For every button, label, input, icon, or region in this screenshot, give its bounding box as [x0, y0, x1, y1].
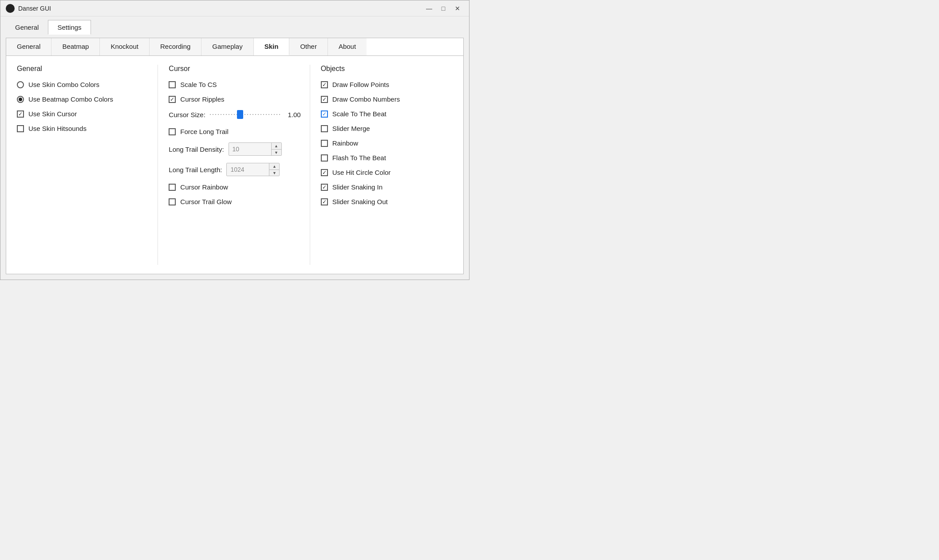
flash-to-the-beat-checkbox[interactable] [321, 154, 328, 162]
cursor-size-row: Cursor Size: 1.00 [169, 110, 300, 119]
main-window: Danser GUI — □ ✕ General Settings Genera… [0, 0, 470, 280]
scale-to-cs-label[interactable]: Scale To CS [180, 81, 217, 88]
title-bar: Danser GUI — □ ✕ [0, 0, 469, 16]
close-button[interactable]: ✕ [451, 3, 464, 14]
maximize-button[interactable]: □ [437, 3, 450, 14]
sub-tab-skin[interactable]: Skin [254, 38, 290, 55]
cursor-ripples-checkbox[interactable] [169, 96, 176, 103]
main-tab-settings[interactable]: Settings [48, 20, 91, 35]
general-section-title: General [17, 65, 149, 73]
cursor-size-value: 1.00 [285, 111, 301, 118]
sub-tab-recording[interactable]: Recording [150, 38, 201, 55]
settings-panel: General Use Skin Combo Colors Use Beatma… [6, 55, 464, 274]
cursor-ripples-row: Cursor Ripples [169, 95, 300, 103]
use-hit-circle-color-label[interactable]: Use Hit Circle Color [332, 169, 391, 176]
app-icon [6, 4, 15, 13]
long-trail-density-value[interactable]: 10 [229, 144, 271, 154]
main-tab-general[interactable]: General [6, 20, 48, 34]
long-trail-length-value[interactable]: 1024 [227, 164, 269, 175]
slider-merge-row: Slider Merge [321, 125, 453, 132]
slider-snaking-out-row: Slider Snaking Out [321, 198, 453, 205]
use-skin-hitsounds-checkbox[interactable] [17, 125, 24, 132]
use-skin-hitsounds-row: Use Skin Hitsounds [17, 125, 149, 132]
cursor-ripples-label[interactable]: Cursor Ripples [180, 95, 224, 103]
slider-merge-checkbox[interactable] [321, 125, 328, 132]
general-column: General Use Skin Combo Colors Use Beatma… [17, 65, 158, 265]
rainbow-label[interactable]: Rainbow [332, 139, 358, 147]
sub-tab-gameplay[interactable]: Gameplay [201, 38, 253, 55]
use-skin-combo-colors-label[interactable]: Use Skin Combo Colors [28, 81, 99, 88]
use-skin-combo-colors-row: Use Skin Combo Colors [17, 81, 149, 88]
use-skin-hitsounds-label[interactable]: Use Skin Hitsounds [28, 125, 87, 132]
force-long-trail-checkbox[interactable] [169, 128, 176, 135]
sub-tab-bar: General Beatmap Knockout Recording Gamep… [6, 38, 464, 55]
flash-to-the-beat-row: Flash To The Beat [321, 154, 453, 162]
use-beatmap-combo-colors-row: Use Beatmap Combo Colors [17, 95, 149, 103]
use-hit-circle-color-row: Use Hit Circle Color [321, 169, 453, 176]
draw-combo-numbers-row: Draw Combo Numbers [321, 95, 453, 103]
app-title: Danser GUI [18, 5, 423, 12]
spinbox-arrows: ▲ ▼ [271, 143, 281, 155]
slider-snaking-out-checkbox[interactable] [321, 198, 328, 205]
slider-track-bg [210, 114, 280, 115]
draw-combo-numbers-checkbox[interactable] [321, 96, 328, 103]
use-skin-cursor-label[interactable]: Use Skin Cursor [28, 110, 77, 118]
main-tab-bar: General Settings [0, 16, 469, 34]
objects-column: Objects Draw Follow Points Draw Combo Nu… [310, 65, 453, 265]
scale-to-the-beat-row: Scale To The Beat [321, 110, 453, 118]
spinbox-down-arrow-2[interactable]: ▼ [269, 170, 279, 176]
long-trail-density-spinbox[interactable]: 10 ▲ ▼ [229, 142, 282, 156]
rainbow-checkbox[interactable] [321, 140, 328, 147]
slider-snaking-in-label[interactable]: Slider Snaking In [332, 183, 383, 191]
scale-to-cs-row: Scale To CS [169, 81, 300, 88]
force-long-trail-label[interactable]: Force Long Trail [180, 128, 228, 135]
cursor-section-title: Cursor [169, 65, 300, 73]
use-skin-cursor-checkbox[interactable] [17, 110, 24, 118]
rainbow-row: Rainbow [321, 139, 453, 147]
long-trail-density-row: Long Trail Density: 10 ▲ ▼ [169, 142, 300, 156]
spinbox-up-arrow[interactable]: ▲ [272, 143, 281, 149]
sub-tab-about[interactable]: About [328, 38, 367, 55]
draw-follow-points-row: Draw Follow Points [321, 81, 453, 88]
scale-to-the-beat-label[interactable]: Scale To The Beat [332, 110, 387, 118]
cursor-size-label: Cursor Size: [169, 111, 205, 118]
spinbox-down-arrow[interactable]: ▼ [272, 149, 281, 155]
draw-follow-points-checkbox[interactable] [321, 81, 328, 88]
long-trail-density-label: Long Trail Density: [169, 146, 224, 153]
cursor-rainbow-label[interactable]: Cursor Rainbow [180, 183, 228, 191]
cursor-rainbow-checkbox[interactable] [169, 184, 176, 191]
force-long-trail-row: Force Long Trail [169, 128, 300, 135]
slider-snaking-in-checkbox[interactable] [321, 184, 328, 191]
sub-tab-knockout[interactable]: Knockout [100, 38, 150, 55]
cursor-trail-glow-label[interactable]: Cursor Trail Glow [180, 198, 232, 205]
slider-thumb[interactable] [237, 110, 243, 119]
use-skin-combo-colors-radio[interactable] [17, 81, 24, 88]
spinbox-up-arrow-2[interactable]: ▲ [269, 163, 279, 170]
cursor-trail-glow-checkbox[interactable] [169, 198, 176, 205]
long-trail-length-spinbox[interactable]: 1024 ▲ ▼ [226, 163, 280, 176]
slider-snaking-out-label[interactable]: Slider Snaking Out [332, 198, 388, 205]
draw-combo-numbers-label[interactable]: Draw Combo Numbers [332, 95, 400, 103]
long-trail-length-row: Long Trail Length: 1024 ▲ ▼ [169, 163, 300, 176]
cursor-size-slider[interactable] [210, 110, 280, 119]
spinbox-arrows-2: ▲ ▼ [269, 163, 279, 176]
use-hit-circle-color-checkbox[interactable] [321, 169, 328, 176]
cursor-rainbow-row: Cursor Rainbow [169, 183, 300, 191]
slider-snaking-in-row: Slider Snaking In [321, 183, 453, 191]
draw-follow-points-label[interactable]: Draw Follow Points [332, 81, 389, 88]
flash-to-the-beat-label[interactable]: Flash To The Beat [332, 154, 386, 162]
sub-tab-other[interactable]: Other [289, 38, 328, 55]
use-beatmap-combo-colors-radio[interactable] [17, 96, 24, 103]
use-beatmap-combo-colors-label[interactable]: Use Beatmap Combo Colors [28, 95, 113, 103]
cursor-trail-glow-row: Cursor Trail Glow [169, 198, 300, 205]
minimize-button[interactable]: — [423, 3, 435, 14]
cursor-column: Cursor Scale To CS Cursor Ripples Cursor… [158, 65, 310, 265]
slider-merge-label[interactable]: Slider Merge [332, 125, 370, 132]
sub-tab-beatmap[interactable]: Beatmap [51, 38, 100, 55]
scale-to-the-beat-checkbox[interactable] [321, 110, 328, 118]
sub-tab-general[interactable]: General [6, 38, 51, 55]
window-controls: — □ ✕ [423, 3, 464, 14]
objects-section-title: Objects [321, 65, 453, 73]
scale-to-cs-checkbox[interactable] [169, 81, 176, 88]
long-trail-length-label: Long Trail Length: [169, 166, 222, 174]
